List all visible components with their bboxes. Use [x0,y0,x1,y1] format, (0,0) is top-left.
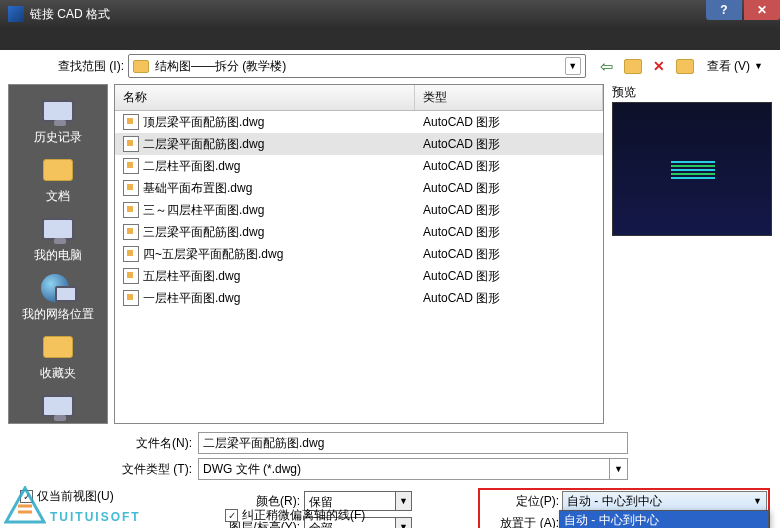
file-type: AutoCAD 图形 [415,202,603,219]
x-icon: ✕ [653,58,665,74]
correct-lines-label: 纠正稍微偏离轴的线(F) [242,507,365,524]
file-name: 顶层梁平面配筋图.dwg [143,114,264,131]
computer-icon [42,218,74,240]
filetype-label: 文件类型 (T): [114,461,194,478]
file-name: 二层梁平面配筋图.dwg [143,136,264,153]
watermark-text: TUITUISOFT [50,510,141,524]
back-button[interactable]: ⇦ [596,55,618,77]
dwg-file-icon [123,114,139,130]
dwg-file-icon [123,290,139,306]
file-list-body[interactable]: 顶层梁平面配筋图.dwgAutoCAD 图形二层梁平面配筋图.dwgAutoCA… [115,111,603,423]
checkbox-icon: ✓ [225,509,238,522]
dwg-file-icon [123,224,139,240]
file-name: 一层柱平面图.dwg [143,290,240,307]
header-strip [0,28,780,50]
chevron-down-icon[interactable]: ▼ [396,491,412,511]
place-label: 我的电脑 [16,247,100,264]
watermark: TUITUISOFT [4,486,141,524]
file-row[interactable]: 基础平面布置图.dwgAutoCAD 图形 [115,177,603,199]
chevron-down-icon: ▼ [753,497,762,506]
filename-label: 文件名(N): [114,435,194,452]
place-label: 收藏夹 [16,365,100,382]
positioning-combo[interactable]: 自动 - 中心到中心 ▼ [562,491,767,511]
folder-icon [43,159,73,181]
network-icon [41,274,75,302]
file-row[interactable]: 一层柱平面图.dwgAutoCAD 图形 [115,287,603,309]
title-bar: 链接 CAD 格式 ? ✕ [0,0,780,28]
file-list-header: 名称 类型 [115,85,603,111]
chevron-down-icon[interactable]: ▼ [565,57,581,75]
file-fields: 文件名(N): 二层梁平面配筋图.dwg 文件类型 (T): DWG 文件 (*… [114,430,780,482]
places-bar: 历史记录 文档 我的电脑 我的网络位置 收藏夹 [8,84,108,424]
file-name: 三层梁平面配筋图.dwg [143,224,264,241]
help-button[interactable]: ? [706,0,742,20]
file-name: 四~五层梁平面配筋图.dwg [143,246,283,263]
positioning-label: 定位(P): [481,491,559,510]
file-row[interactable]: 三～四层柱平面图.dwgAutoCAD 图形 [115,199,603,221]
file-type: AutoCAD 图形 [415,290,603,307]
dwg-file-icon [123,180,139,196]
chevron-down-icon: ▼ [754,62,763,71]
file-row[interactable]: 二层梁平面配筋图.dwgAutoCAD 图形 [115,133,603,155]
file-type: AutoCAD 图形 [415,180,603,197]
window-title: 链接 CAD 格式 [30,6,110,23]
positioning-dropdown-list[interactable]: 自动 - 中心到中心自动 - 原点到原点自动 - 通过共享坐标手动 - 原点手动… [559,510,769,528]
lookin-combo[interactable]: 结构图——拆分 (教学楼) ▼ [128,54,586,78]
folder-icon [43,336,73,358]
file-name: 五层柱平面图.dwg [143,268,240,285]
positioning-option[interactable]: 自动 - 中心到中心 [560,511,768,528]
file-type: AutoCAD 图形 [415,224,603,241]
place-label: 我的网络位置 [16,306,100,323]
place-label: 文档 [16,188,100,205]
chevron-down-icon[interactable]: ▼ [396,517,412,528]
views-dropdown[interactable]: 查看 (V) ▼ [700,55,770,78]
new-folder-button[interactable] [674,55,696,77]
file-type: AutoCAD 图形 [415,246,603,263]
file-row[interactable]: 四~五层梁平面配筋图.dwgAutoCAD 图形 [115,243,603,265]
file-row[interactable]: 二层柱平面图.dwgAutoCAD 图形 [115,155,603,177]
folder-icon [676,59,694,74]
column-header-name[interactable]: 名称 [115,85,415,110]
dwg-file-icon [123,202,139,218]
file-type: AutoCAD 图形 [415,136,603,153]
place-label: 历史记录 [16,129,100,146]
watermark-logo-icon [4,486,46,524]
preview-drawing-thumb [671,161,715,183]
column-header-type[interactable]: 类型 [415,85,603,110]
file-row[interactable]: 三层梁平面配筋图.dwgAutoCAD 图形 [115,221,603,243]
place-computer[interactable]: 我的电脑 [16,211,100,268]
close-button[interactable]: ✕ [744,0,780,20]
file-row[interactable]: 五层柱平面图.dwgAutoCAD 图形 [115,265,603,287]
file-type: AutoCAD 图形 [415,114,603,131]
filetype-combo[interactable]: DWG 文件 (*.dwg) ▼ [198,458,628,480]
lookin-row: 查找范围 (I): 结构图——拆分 (教学楼) ▼ ⇦ ✕ 查看 (V) ▼ [0,50,780,84]
placeat-label: 放置于 (A): [481,513,559,528]
dwg-file-icon [123,268,139,284]
place-history[interactable]: 历史记录 [16,93,100,150]
lookin-value: 结构图——拆分 (教学楼) [155,58,565,75]
place-network[interactable]: 我的网络位置 [16,270,100,327]
lookin-toolbar: ⇦ ✕ 查看 (V) ▼ [592,55,770,78]
monitor-icon [42,100,74,122]
correct-lines-checkbox[interactable]: ✓ 纠正稍微偏离轴的线(F) [225,507,365,524]
arrow-left-icon: ⇦ [600,57,613,76]
preview-pane: 预览 [612,84,772,424]
file-name: 基础平面布置图.dwg [143,180,252,197]
up-folder-button[interactable] [622,55,644,77]
dwg-file-icon [123,158,139,174]
filename-input[interactable]: 二层梁平面配筋图.dwg [198,432,628,454]
filetype-value: DWG 文件 (*.dwg) [198,458,610,480]
place-documents[interactable]: 文档 [16,152,100,209]
file-row[interactable]: 顶层梁平面配筋图.dwgAutoCAD 图形 [115,111,603,133]
delete-button[interactable]: ✕ [648,55,670,77]
chevron-down-icon[interactable]: ▼ [610,458,628,480]
file-name: 三～四层柱平面图.dwg [143,202,264,219]
preview-label: 预览 [612,84,772,102]
views-label: 查看 (V) [707,58,750,75]
place-desktop[interactable] [16,388,100,428]
preview-box [612,102,772,236]
folder-up-icon [624,59,642,74]
file-list: 名称 类型 顶层梁平面配筋图.dwgAutoCAD 图形二层梁平面配筋图.dwg… [114,84,604,424]
file-type: AutoCAD 图形 [415,268,603,285]
place-favorites[interactable]: 收藏夹 [16,329,100,386]
